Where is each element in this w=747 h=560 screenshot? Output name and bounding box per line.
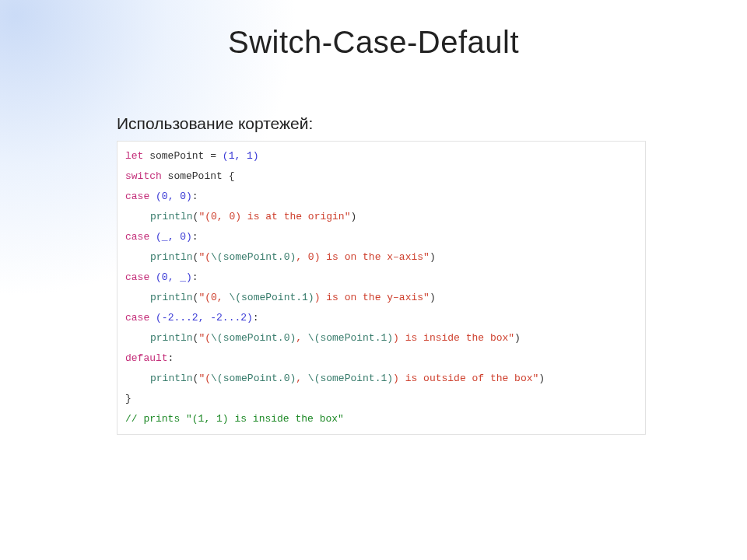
- code-text: somePoint {: [162, 170, 235, 182]
- string: ,: [296, 332, 308, 344]
- string: "(: [198, 251, 211, 263]
- string: "(: [198, 332, 211, 344]
- string: ,: [296, 373, 308, 384]
- keyword: case: [125, 231, 149, 243]
- code-line: }: [125, 389, 637, 409]
- literal: (1, 1): [223, 150, 259, 162]
- function-call: println: [150, 292, 193, 303]
- string: "(0, 0) is at the origin": [198, 211, 350, 222]
- function-call: println: [150, 251, 193, 263]
- interpolation: \(somePoint.1): [308, 373, 393, 384]
- keyword: case: [125, 312, 149, 324]
- keyword: let: [125, 150, 143, 162]
- keyword: switch: [125, 170, 162, 182]
- string: ) is inside the box": [393, 332, 514, 344]
- code-line: println("(\(somePoint.0), 0) is on the x…: [125, 247, 637, 268]
- code-text: [149, 271, 156, 283]
- string: ) is outside of the box": [393, 373, 538, 384]
- interpolation: \(somePoint.0): [211, 332, 296, 344]
- code-line: println("(0, 0) is at the origin"): [125, 207, 637, 227]
- code-text: :: [168, 352, 174, 364]
- string: ) is on the y–axis": [314, 292, 430, 303]
- code-line: println("(\(somePoint.0), \(somePoint.1)…: [125, 369, 637, 389]
- keyword: default: [125, 352, 168, 364]
- code-line: default:: [125, 348, 637, 369]
- code-text: }: [125, 393, 132, 404]
- code-text: ): [430, 292, 436, 303]
- interpolation: \(somePoint.1): [229, 292, 314, 303]
- literal: (0, _): [156, 271, 192, 283]
- code-line: case (0, _):: [125, 268, 637, 288]
- code-line: case (0, 0):: [125, 187, 637, 207]
- interpolation: \(somePoint.0): [211, 251, 296, 263]
- keyword: case: [125, 191, 149, 202]
- code-text: [149, 312, 156, 324]
- code-text: :: [192, 271, 198, 283]
- code-snippet: let somePoint = (1, 1) switch somePoint …: [117, 141, 646, 435]
- literal: (0, 0): [156, 191, 192, 202]
- code-text: :: [192, 231, 198, 243]
- comment: // prints "(1, 1) is inside the box": [125, 413, 344, 425]
- function-call: println: [150, 332, 193, 344]
- slide-title: Switch-Case-Default: [0, 0, 747, 60]
- code-line: let somePoint = (1, 1): [125, 146, 637, 166]
- function-call: println: [150, 211, 193, 222]
- interpolation: \(somePoint.1): [308, 332, 393, 344]
- code-text: somePoint =: [143, 150, 222, 162]
- interpolation: \(somePoint.0): [211, 373, 296, 384]
- keyword: case: [125, 271, 149, 283]
- code-text: [149, 231, 156, 243]
- slide-subtitle: Использование кортежей:: [117, 114, 747, 133]
- code-line: println("(0, \(somePoint.1)) is on the y…: [125, 288, 637, 308]
- code-line: case (_, 0):: [125, 227, 637, 247]
- string: "(: [198, 373, 211, 384]
- code-text: ): [430, 251, 436, 263]
- function-call: println: [150, 373, 193, 384]
- code-text: ): [514, 332, 521, 344]
- code-text: ): [350, 211, 356, 222]
- code-text: ): [538, 373, 545, 384]
- code-line: println("(\(somePoint.0), \(somePoint.1)…: [125, 328, 637, 348]
- code-line: case (-2...2, -2...2):: [125, 308, 637, 328]
- code-line: switch somePoint {: [125, 166, 637, 187]
- code-text: :: [253, 312, 259, 324]
- string: "(0,: [198, 292, 229, 303]
- string: , 0) is on the x–axis": [296, 251, 430, 263]
- code-text: [149, 191, 156, 202]
- code-text: :: [192, 191, 198, 202]
- literal: (_, 0): [156, 231, 192, 243]
- code-line: // prints "(1, 1) is inside the box": [125, 409, 637, 429]
- literal: (-2...2, -2...2): [156, 312, 253, 324]
